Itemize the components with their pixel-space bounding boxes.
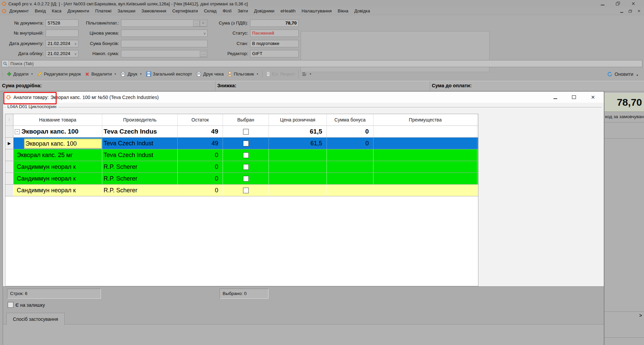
lookup-button[interactable]: … bbox=[193, 20, 200, 27]
menu-item-0[interactable]: Документ bbox=[6, 7, 32, 15]
dialog-close-button[interactable]: ✕ bbox=[591, 95, 595, 100]
column-header-0[interactable]: Название товара bbox=[13, 114, 102, 126]
cell-manufacturer[interactable]: R.P. Scherer bbox=[102, 161, 178, 172]
row-checkbox[interactable] bbox=[243, 152, 249, 158]
table-row-3[interactable]: Сандиммун неорал кR.P. Scherer0 bbox=[5, 161, 478, 173]
cell-retail-price[interactable] bbox=[269, 173, 327, 184]
cell-stock[interactable]: 0 bbox=[178, 185, 223, 196]
cell-advantages[interactable] bbox=[373, 161, 477, 172]
cell-bonus-sum[interactable] bbox=[327, 149, 373, 161]
menu-item-4[interactable]: Платежі bbox=[92, 7, 114, 15]
chevron-down-icon[interactable]: ∨ bbox=[203, 30, 206, 37]
internal-number-field[interactable] bbox=[46, 30, 78, 37]
cell-stock[interactable]: 49 bbox=[178, 138, 223, 149]
cell-bonus-sum[interactable]: 0 bbox=[327, 126, 373, 137]
minimize-button[interactable] bbox=[601, 1, 604, 6]
cell-bonus-sum[interactable]: 0 bbox=[327, 138, 373, 149]
row-checkbox[interactable] bbox=[243, 176, 249, 182]
mdi-minimize-button[interactable] bbox=[620, 9, 623, 14]
cell-retail-price[interactable] bbox=[269, 185, 327, 196]
cell-name[interactable]: Экворал капс. 25 мг bbox=[13, 149, 102, 161]
mdi-restore-button[interactable] bbox=[629, 9, 632, 14]
toolbar-refresh-button[interactable]: Оновити ▼ bbox=[607, 71, 639, 77]
doc-date-field[interactable]: 21.02.2024∨ bbox=[46, 40, 78, 47]
row-checkbox[interactable] bbox=[243, 129, 249, 135]
cell-name[interactable]: Экворал капс. 100 bbox=[13, 138, 102, 149]
menu-item-3[interactable]: Документи bbox=[64, 7, 92, 15]
menu-item-14[interactable]: Вікна bbox=[335, 7, 351, 15]
cell-selected[interactable] bbox=[223, 126, 269, 137]
cell-selected[interactable] bbox=[223, 185, 269, 196]
tab-application-method[interactable]: Спосіб застосування bbox=[6, 313, 65, 325]
toolbar-print-button[interactable]: Друк▼ bbox=[118, 70, 144, 78]
cell-selected[interactable] bbox=[223, 173, 269, 184]
account-date-field[interactable]: 21.02.2024∨ bbox=[46, 50, 78, 57]
cell-retail-price[interactable]: 61,5 bbox=[269, 126, 327, 137]
menu-item-15[interactable]: Довідка bbox=[351, 7, 373, 15]
cell-selected[interactable] bbox=[223, 138, 269, 149]
column-header-4[interactable]: Цена розничная bbox=[269, 114, 327, 126]
collapse-icon[interactable]: − bbox=[15, 129, 20, 134]
table-row-0[interactable]: −Экворал капс. 100Teva Czech Indus4961,5… bbox=[5, 126, 478, 138]
toolbar-e-prescription-button[interactable]: Ел. Рецепт bbox=[264, 70, 297, 78]
table-row-2[interactable]: Экворал капс. 25 мгTeva Czech Indust0 bbox=[5, 149, 478, 161]
price-condition-field[interactable]: ∨ bbox=[121, 30, 208, 37]
cell-stock[interactable]: 0 bbox=[178, 173, 223, 184]
cell-manufacturer[interactable]: Teva Czech Indust bbox=[102, 149, 178, 161]
table-row-1[interactable]: ▶Экворал капс. 100Teva Czech Indust4961,… bbox=[5, 138, 478, 149]
menu-item-1[interactable]: Вихід bbox=[32, 7, 49, 15]
toolbar-general-export-button[interactable]: Загальний експорт bbox=[144, 70, 194, 78]
checkbox-icon[interactable] bbox=[8, 302, 13, 308]
toolbar-print-receipt-button[interactable]: Друк чека bbox=[194, 70, 226, 78]
cell-manufacturer[interactable]: Teva Czech Indust bbox=[102, 138, 178, 149]
menu-item-13[interactable]: Налаштування bbox=[298, 7, 335, 15]
cell-advantages[interactable] bbox=[373, 126, 477, 137]
toolbar-edit-row-button[interactable]: Редагувати рядок bbox=[35, 70, 83, 78]
chevron-down-icon[interactable]: ∨ bbox=[74, 41, 77, 47]
cell-retail-price[interactable] bbox=[269, 161, 327, 172]
cell-manufacturer[interactable]: Teva Czech Indus bbox=[102, 126, 178, 137]
cell-selected[interactable] bbox=[223, 161, 269, 172]
search-input[interactable]: Поиск (Tab) bbox=[2, 60, 642, 67]
menu-item-2[interactable]: Каса bbox=[49, 7, 65, 15]
column-header-1[interactable]: Производитель bbox=[102, 114, 178, 126]
cell-stock[interactable]: 49 bbox=[178, 126, 223, 137]
menu-item-8[interactable]: Склад bbox=[201, 7, 220, 15]
column-header-2[interactable]: Остаток bbox=[178, 114, 223, 126]
cell-name[interactable]: Сандиммун неорал к bbox=[13, 185, 102, 196]
row-checkbox[interactable] bbox=[243, 141, 249, 146]
cell-stock[interactable]: 0 bbox=[178, 161, 223, 172]
menu-item-12[interactable]: eHealth bbox=[278, 7, 299, 15]
cell-bonus-sum[interactable] bbox=[327, 185, 373, 196]
in-stock-filter[interactable]: Є на залишку bbox=[8, 302, 45, 308]
cell-retail-price[interactable]: 61,5 bbox=[269, 138, 327, 149]
accum-sum-field[interactable]: … bbox=[121, 50, 208, 57]
cell-retail-price[interactable] bbox=[269, 149, 327, 161]
restore-button[interactable] bbox=[616, 1, 620, 6]
cell-name[interactable]: Сандиммун неорал к bbox=[13, 173, 102, 184]
cell-bonus-sum[interactable] bbox=[327, 161, 373, 172]
toolbar-add-button[interactable]: Додати▼ bbox=[5, 70, 35, 78]
menu-item-11[interactable]: Довідники bbox=[251, 7, 278, 15]
cell-advantages[interactable] bbox=[373, 185, 477, 196]
dialog-minimize-button[interactable] bbox=[553, 95, 557, 100]
close-button[interactable]: ✕ bbox=[631, 1, 635, 6]
toolbar-row-options-button[interactable]: ▼ bbox=[300, 71, 313, 78]
toolbar-delete-button[interactable]: Видалити▼ bbox=[83, 70, 118, 78]
expand-chevron-button[interactable]: > bbox=[639, 313, 642, 318]
cell-advantages[interactable] bbox=[373, 138, 477, 149]
cell-advantages[interactable] bbox=[373, 173, 477, 184]
bonus-sum-field[interactable] bbox=[121, 40, 208, 47]
cell-advantages[interactable] bbox=[373, 149, 477, 161]
cell-stock[interactable]: 0 bbox=[178, 149, 223, 161]
chevron-down-icon[interactable]: ∨ bbox=[74, 51, 77, 57]
column-header-6[interactable]: Преимущества bbox=[373, 114, 477, 126]
doc-number-field[interactable]: 57528 bbox=[46, 19, 78, 27]
lookup-button[interactable]: … bbox=[200, 51, 207, 57]
menu-item-7[interactable]: Сертифікати bbox=[169, 7, 201, 15]
column-header-3[interactable]: Выбран bbox=[223, 114, 269, 126]
focused-cell[interactable]: Экворал капс. 100 bbox=[24, 139, 102, 149]
clear-button[interactable]: ✕ bbox=[200, 20, 207, 27]
menu-item-5[interactable]: Залишки bbox=[114, 7, 138, 15]
menu-item-9[interactable]: Філії bbox=[220, 7, 235, 15]
